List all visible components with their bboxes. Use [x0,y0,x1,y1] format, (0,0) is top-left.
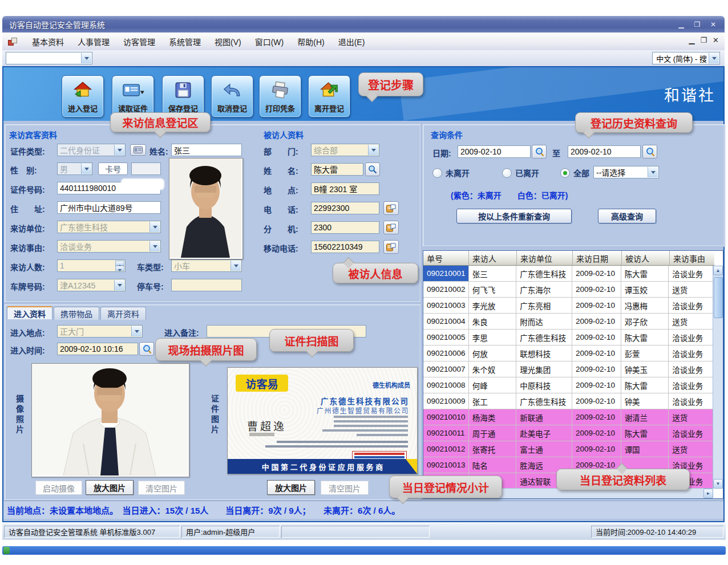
table-row[interactable]: 090210009张工广东德生科技2009-02-10钟美洽谈业务 [423,393,713,409]
chevron-down-icon[interactable] [114,280,124,290]
table-cell[interactable]: 钟美 [621,393,669,409]
table-header[interactable]: 被访人 [622,251,670,266]
table-row[interactable]: 090210003李光放广东亮相2009-02-10冯惠梅洽谈业务 [423,298,713,314]
table-cell[interactable]: 陈大雷 [621,425,669,441]
menu-visitor[interactable]: 访客管理 [116,34,162,50]
table-row[interactable]: 090210007朱个奴理光集团2009-02-10钟美玉洽谈业务 [423,361,713,377]
table-cell[interactable]: 彭萱 [621,345,669,361]
table-row[interactable]: 090210006何放联想科技2009-02-10彭萱洽谈业务 [423,345,713,361]
visitor-count-stepper[interactable]: 1 [57,259,126,272]
dept-combo[interactable]: 综合部 [311,144,379,156]
table-header[interactable]: 来访人 [469,251,517,266]
table-cell[interactable]: 090210004 [423,314,469,330]
spin-up-icon[interactable] [115,261,124,266]
visitor-name-field[interactable]: 张三 [171,144,242,156]
sms-phone-button[interactable] [383,201,399,215]
table-cell[interactable]: 冯惠梅 [621,298,669,314]
minimize-icon[interactable]: ▁ [674,19,688,30]
cancel-registration-button[interactable]: 取消登记 [211,75,253,117]
visit-reason-combo[interactable]: 洽谈业务 [57,240,161,253]
radio-not-left[interactable]: 未离开 [432,167,470,178]
table-cell[interactable]: 洽谈业务 [669,345,713,361]
chevron-down-icon[interactable] [81,164,91,174]
chevron-down-icon[interactable] [368,145,378,155]
table-cell[interactable]: 洽谈业务 [669,425,713,441]
menu-system[interactable]: 系统管理 [162,34,208,50]
table-cell[interactable]: 2009-02-10 [572,361,621,377]
table-cell[interactable]: 理光集团 [516,361,572,377]
table-cell[interactable]: 090210002 [423,282,469,298]
tab-entry-info[interactable]: 进入资料 [7,306,52,319]
table-cell[interactable]: 朱良 [469,314,517,330]
table-cell[interactable]: 何放 [469,345,517,361]
zoom-scan-button[interactable]: 放大图片 [267,480,315,495]
table-cell[interactable]: 联想科技 [516,345,572,361]
mobile-field[interactable]: 15602210349 [311,241,379,253]
address-field[interactable]: 广州市中山大道89号 [57,201,161,214]
tab-carried-items[interactable]: 携带物品 [54,307,99,320]
table-row[interactable]: 090210002何飞飞广东海尔2009-02-10谭玉姣送货 [423,282,713,298]
plate-combo[interactable]: 津A12345 [57,279,126,291]
table-cell[interactable]: 广东亮相 [516,298,572,314]
table-cell[interactable]: 090210009 [423,393,469,409]
spin-down-icon[interactable] [115,266,124,271]
table-cell[interactable]: 2009-02-10 [572,393,621,409]
table-cell[interactable]: 赴美电子 [516,425,572,441]
chevron-down-icon[interactable] [230,261,241,271]
enter-registration-button[interactable]: 进入登记 [62,75,104,117]
start-camera-button[interactable]: 启动摄像 [35,481,82,495]
zoom-photo-button[interactable]: 放大图片 [86,480,134,495]
table-cell[interactable]: 送货 [669,314,713,330]
table-cell[interactable]: 2009-02-10 [572,266,621,282]
table-row[interactable]: 090210001张三广东德生科技2009-02-10陈大雷洽谈业务 [423,266,713,282]
chevron-down-icon[interactable] [114,145,124,155]
mdi-close-icon[interactable]: ✕ [713,36,719,44]
leave-registration-button[interactable]: 离开登记 [308,75,350,117]
table-cell[interactable]: 张工 [469,393,517,409]
table-cell[interactable]: 中原科技 [516,377,572,393]
phone-field[interactable]: 22992300 [311,202,379,214]
table-cell[interactable]: 何峰 [469,377,517,393]
menu-view[interactable]: 视图(V) [208,34,248,50]
read-card-icon-button[interactable] [130,144,146,156]
table-cell[interactable]: 新联通 [516,409,572,425]
table-cell[interactable]: 陆名 [469,457,517,473]
chevron-down-icon[interactable] [709,53,719,63]
mdi-restore-icon[interactable]: ❐ [700,36,707,44]
table-cell[interactable]: 李光放 [469,298,517,314]
visitee-name-field[interactable]: 陈大雷 [311,163,363,176]
table-cell[interactable]: 陈大雷 [621,266,669,282]
table-cell[interactable]: 广东德生科技 [516,330,572,345]
table-cell[interactable]: 090210008 [423,377,469,393]
table-cell[interactable]: 张寄托 [469,441,517,457]
table-cell[interactable]: 090210006 [423,345,469,361]
query-radio[interactable] [432,168,442,178]
vehicle-type-combo[interactable]: 小车 [171,259,242,272]
quick-search-combo[interactable] [6,52,92,64]
parking-field[interactable] [171,279,242,291]
table-cell[interactable]: 陈大雷 [621,377,669,393]
vertical-scrollbar[interactable]: ▲ ▼ [713,266,723,489]
table-cell[interactable]: 送货 [669,441,713,457]
table-cell[interactable]: 广东德生科技 [516,393,572,409]
table-row[interactable]: 090210011周于通赴美电子2009-02-10陈大雷洽谈业务 [423,425,713,441]
table-cell[interactable]: 2009-02-10 [572,409,621,425]
table-cell[interactable]: 谭玉姣 [621,282,669,298]
menu-window[interactable]: 窗口(W) [248,34,291,50]
sms-extension-button[interactable] [383,221,399,234]
table-cell[interactable]: 谭国 [621,441,669,457]
location-field[interactable]: B幢 2301 室 [311,182,379,195]
table-cell[interactable]: 090210010 [423,409,469,425]
table-cell[interactable]: 洽谈业务 [669,393,713,409]
table-cell[interactable]: 谢清兰 [621,409,669,425]
query-radio[interactable] [502,168,512,178]
status-select[interactable]: --请选择 [593,166,659,178]
query-radio[interactable] [560,168,570,178]
table-cell[interactable]: 杨海类 [469,409,517,425]
extension-field[interactable]: 2300 [311,221,379,234]
table-row[interactable]: 090210008何峰中原科技2009-02-10陈大雷洽谈业务 [423,377,713,393]
restore-icon[interactable]: ❐ [690,19,704,30]
entry-place-combo[interactable]: 正大门 [57,325,143,338]
table-cell[interactable]: 090210011 [423,425,469,441]
table-header[interactable]: 来访事由 [670,251,714,266]
